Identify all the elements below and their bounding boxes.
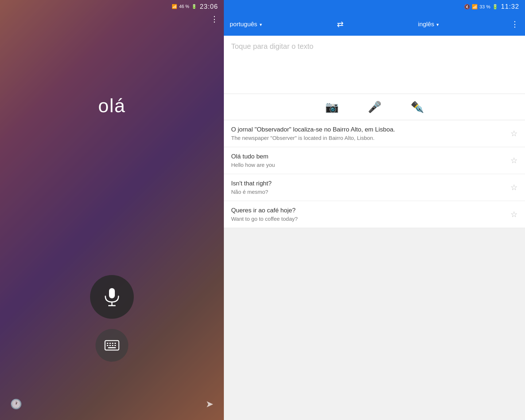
input-placeholder: Toque para digitar o texto bbox=[231, 42, 314, 50]
header-more-button[interactable]: ⋮ bbox=[511, 20, 519, 29]
translation-item-2[interactable]: Olá tudo bem Hello how are you ☆ bbox=[224, 147, 525, 174]
battery-percent: 46 % bbox=[179, 4, 189, 9]
left-more-button[interactable]: ⋮ bbox=[210, 15, 219, 24]
translation-original-4: Queres ir ao café hoje? bbox=[231, 207, 506, 214]
translation-result-2: Hello how are you bbox=[231, 162, 506, 168]
svg-rect-4 bbox=[107, 343, 108, 344]
star-icon-4[interactable]: ☆ bbox=[510, 210, 518, 219]
translation-original-2: Olá tudo bem bbox=[231, 153, 506, 160]
svg-rect-7 bbox=[114, 343, 116, 344]
translation-result-1: The newspaper "Observer" is located in B… bbox=[231, 135, 506, 141]
svg-rect-8 bbox=[107, 345, 108, 346]
svg-rect-12 bbox=[108, 347, 116, 348]
svg-rect-9 bbox=[109, 345, 111, 346]
svg-rect-10 bbox=[112, 345, 113, 346]
right-battery-icon: 🔋 bbox=[492, 4, 498, 9]
right-battery-percent: 33 % bbox=[479, 4, 490, 9]
translation-texts-2: Olá tudo bem Hello how are you bbox=[231, 153, 506, 168]
svg-rect-11 bbox=[114, 345, 116, 346]
star-icon-2[interactable]: ☆ bbox=[510, 156, 518, 165]
handwrite-toolbar-icon[interactable]: ✒️ bbox=[411, 101, 424, 113]
target-language-selector[interactable]: inglês ▾ bbox=[418, 21, 439, 28]
left-bottom-row: 🕐 ➤ bbox=[0, 399, 224, 410]
microphone-button[interactable] bbox=[90, 275, 134, 319]
swap-languages-button[interactable]: ⇄ bbox=[334, 17, 346, 32]
left-statusbar: 📶 46 % 🔋 23:06 bbox=[0, 0, 224, 13]
translation-item-4[interactable]: Queres ir ao café hoje? Want to go to co… bbox=[224, 201, 525, 228]
keyboard-button[interactable] bbox=[96, 329, 128, 362]
translation-item-3[interactable]: Isn't that right? Não é mesmo? ☆ bbox=[224, 174, 525, 201]
mic-icon bbox=[102, 287, 122, 307]
translator-header: português ▾ ⇄ inglês ▾ ⋮ bbox=[224, 13, 525, 36]
translation-original-3: Isn't that right? bbox=[231, 180, 506, 187]
left-bottom-buttons bbox=[0, 275, 224, 362]
star-icon-1[interactable]: ☆ bbox=[510, 129, 518, 138]
target-lang-dropdown-arrow: ▾ bbox=[436, 22, 439, 27]
input-area[interactable]: Toque para digitar o texto bbox=[224, 36, 525, 94]
mic-toolbar-icon[interactable]: 🎤 bbox=[368, 101, 381, 113]
translation-list: O jornal "Observador" localiza-se no Bai… bbox=[224, 120, 525, 228]
translation-item-1[interactable]: O jornal "Observador" localiza-se no Bai… bbox=[224, 120, 525, 147]
left-status-icons: 📶 46 % 🔋 bbox=[172, 4, 197, 9]
translation-result-4: Want to go to coffee today? bbox=[231, 216, 506, 222]
right-panel: 🔇 📶 33 % 🔋 11:32 português ▾ ⇄ inglês ▾ … bbox=[224, 0, 525, 420]
target-language-label: inglês bbox=[418, 21, 434, 28]
source-language-label: português bbox=[230, 21, 257, 28]
wifi-icon: 📶 bbox=[172, 4, 177, 9]
right-status-icons: 🔇 📶 33 % 🔋 bbox=[464, 4, 498, 9]
source-lang-dropdown-arrow: ▾ bbox=[260, 22, 262, 27]
translation-original-1: O jornal "Observador" localiza-se no Bai… bbox=[231, 126, 506, 133]
right-statusbar: 🔇 📶 33 % 🔋 11:32 bbox=[224, 0, 525, 13]
translation-texts-1: O jornal "Observador" localiza-se no Bai… bbox=[231, 126, 506, 141]
source-language-selector[interactable]: português ▾ bbox=[230, 21, 262, 28]
battery-icon: 🔋 bbox=[191, 4, 197, 9]
svg-rect-6 bbox=[112, 343, 113, 344]
camera-toolbar-icon[interactable]: 📷 bbox=[325, 101, 339, 113]
gray-area bbox=[224, 228, 525, 420]
input-toolbar: 📷 🎤 ✒️ bbox=[224, 94, 525, 120]
translation-result-3: Não é mesmo? bbox=[231, 189, 506, 195]
left-panel: 📶 46 % 🔋 23:06 ⋮ olá bbox=[0, 0, 224, 420]
share-icon[interactable]: ➤ bbox=[206, 399, 214, 410]
translation-texts-3: Isn't that right? Não é mesmo? bbox=[231, 180, 506, 195]
translation-texts-4: Queres ir ao café hoje? Want to go to co… bbox=[231, 207, 506, 222]
mute-icon: 🔇 bbox=[464, 4, 470, 9]
clock-icon[interactable]: 🕐 bbox=[10, 399, 22, 410]
left-time: 23:06 bbox=[200, 3, 218, 11]
right-wifi-icon: 📶 bbox=[472, 4, 478, 9]
svg-rect-5 bbox=[109, 343, 111, 344]
star-icon-3[interactable]: ☆ bbox=[510, 183, 518, 192]
greeting-text: olá bbox=[0, 95, 224, 117]
keyboard-icon bbox=[104, 338, 120, 353]
svg-rect-0 bbox=[109, 288, 115, 298]
right-time: 11:32 bbox=[501, 3, 519, 11]
